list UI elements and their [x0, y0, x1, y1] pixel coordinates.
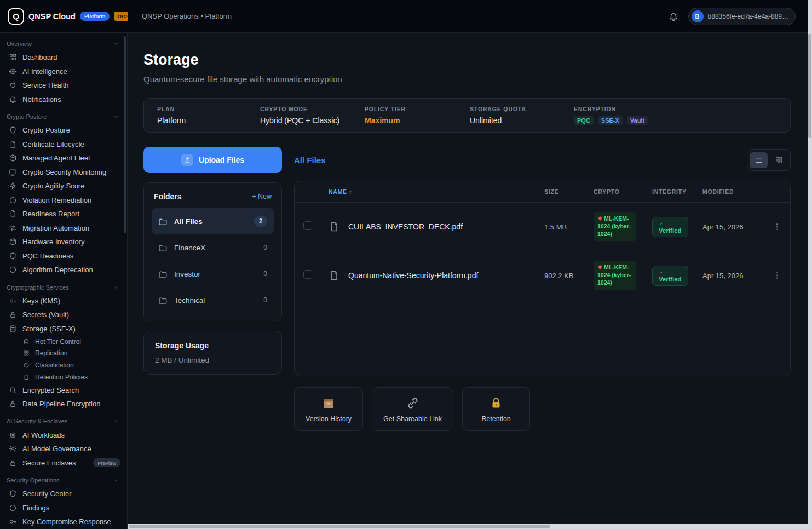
version-history-button[interactable]: Version History	[294, 387, 363, 431]
sidebar-item-label: AI Intelligence	[22, 67, 67, 76]
vertical-scrollbar[interactable]	[808, 0, 812, 529]
row-menu-icon[interactable]	[773, 271, 781, 280]
sidebar-item-hardware-inventory[interactable]: Hardware Inventory	[0, 235, 127, 249]
sidebar-item-classification[interactable]: Classification	[0, 359, 127, 371]
integrity-badge: Verified	[652, 266, 688, 286]
upload-files-button[interactable]: Upload Files	[143, 147, 282, 173]
upload-icon	[181, 154, 193, 166]
folder-name: Technical	[174, 296, 205, 304]
file-modified: Apr 15, 2026	[702, 272, 765, 280]
sidebar-item-label: Findings	[22, 504, 49, 512]
sidebar-section-cryptographic-services[interactable]: Cryptographic Services	[0, 281, 127, 294]
sidebar-item-pqc-readiness[interactable]: PQC Readiness	[0, 249, 127, 263]
sidebar-section-crypto-posture[interactable]: Crypto Posture	[0, 110, 127, 123]
sidebar-item-retention-policies[interactable]: Retention Policies	[0, 371, 127, 383]
logo-letter: Q	[13, 12, 19, 21]
column-header-integrity[interactable]: INTEGRITY	[652, 188, 702, 195]
sidebar-item-readiness-report[interactable]: Readiness Report	[0, 207, 127, 221]
user-menu[interactable]: B b88356fe-ed7a-4e4a-889…	[688, 8, 796, 25]
platform-badge: Platform	[80, 12, 110, 21]
integrity-label: Verified	[659, 227, 682, 234]
table-row[interactable]: Quantum-Native-Security-Platform.pdf 902…	[295, 251, 790, 300]
row-checkbox[interactable]	[303, 270, 312, 279]
policy-tier-info: POLICY TIER Maximum	[365, 106, 470, 125]
certificate-icon	[9, 140, 17, 148]
sidebar-item-crypto-agility-score[interactable]: Crypto Agility Score	[0, 179, 127, 193]
table-row[interactable]: CUILABS_INVESTOR_DECK.pdf 1.5 MB ML-KEM-…	[295, 203, 790, 251]
lock-icon	[9, 459, 17, 467]
sidebar-item-storage-sse-x[interactable]: Storage (SSE-X)	[0, 322, 127, 336]
file-name[interactable]: Quantum-Native-Security-Platform.pdf	[348, 271, 544, 280]
sidebar-item-keys-kms[interactable]: Keys (KMS)	[0, 294, 127, 308]
sidebar-item-crypto-posture[interactable]: Crypto Posture	[0, 123, 127, 137]
sidebar-scrollbar[interactable]	[124, 36, 126, 233]
column-header-crypto[interactable]: CRYPTO	[594, 188, 652, 195]
sidebar-item-secure-enclaves[interactable]: Secure EnclavesPreview	[0, 456, 127, 470]
sidebar-item-managed-agent-fleet[interactable]: Managed Agent Fleet	[0, 151, 127, 165]
sidebar-item-findings[interactable]: Findings	[0, 501, 127, 515]
bell-icon[interactable]	[669, 12, 678, 21]
row-menu-icon[interactable]	[773, 222, 781, 231]
sidebar-section-ai-security-enclaves[interactable]: AI Security & Enclaves	[0, 415, 127, 428]
sidebar-item-label: Encrypted Search	[22, 386, 79, 394]
sidebar-item-data-pipeline-encryption[interactable]: Data Pipeline Encryption	[0, 397, 127, 411]
policy-tier-label: POLICY TIER	[365, 106, 470, 112]
sidebar-item-certificate-lifecycle[interactable]: Certificate Lifecycle	[0, 137, 127, 152]
sidebar-item-ai-model-governance[interactable]: AI Model Governance	[0, 442, 127, 456]
file-size: 1.5 MB	[544, 223, 594, 231]
check-icon	[659, 220, 665, 226]
sidebar-item-label: Storage (SSE-X)	[22, 325, 76, 333]
database-icon	[23, 338, 30, 345]
sidebar-item-violation-remediation[interactable]: Violation Remediation	[0, 193, 127, 208]
horizontal-scrollbar[interactable]	[128, 524, 808, 529]
sidebar-item-hot-tier-control[interactable]: Hot Tier Control	[0, 336, 127, 348]
sidebar-item-replication[interactable]: Replication	[0, 348, 127, 360]
sidebar-item-ai-intelligence[interactable]: AI Intelligence	[0, 65, 127, 79]
sidebar-item-service-health[interactable]: Service Health	[0, 78, 127, 93]
horizontal-scrollbar-thumb[interactable]	[129, 525, 550, 528]
lock-icon	[489, 396, 503, 410]
preview-badge: Preview	[93, 458, 120, 467]
sidebar-item-crypto-security-monitoring[interactable]: Crypto Security Monitoring	[0, 165, 127, 180]
sidebar-item-key-compromise-response[interactable]: Key Compromise Response	[0, 515, 127, 529]
sidebar-section-overview[interactable]: Overview	[0, 37, 127, 50]
sidebar-item-secrets-vault[interactable]: Secrets (Vault)	[0, 308, 127, 322]
user-id: b88356fe-ed7a-4e4a-889…	[708, 13, 788, 20]
sidebar-item-dashboard[interactable]: Dashboard	[0, 50, 127, 65]
qnsp-logo-icon[interactable]: Q	[8, 8, 24, 25]
file-name[interactable]: CUILABS_INVESTOR_DECK.pdf	[348, 222, 544, 231]
grid-view-button[interactable]	[770, 152, 788, 168]
breadcrumb: QNSP Operations • Platform	[142, 12, 232, 20]
sidebar-item-label: Crypto Posture	[22, 126, 70, 134]
list-view-button[interactable]	[750, 152, 768, 168]
vertical-scrollbar-thumb[interactable]	[808, 34, 811, 138]
row-checkbox[interactable]	[303, 221, 312, 230]
folder-item-investor[interactable]: Investor 0	[152, 261, 274, 287]
chevron-down-icon	[113, 284, 119, 291]
sidebar-item-label: Violation Remediation	[22, 196, 91, 204]
page-subtitle: Quantum-secure file storage with automat…	[143, 74, 791, 84]
sidebar-item-label: Key Compromise Response	[22, 518, 111, 526]
column-header-modified[interactable]: MODIFIED	[702, 188, 765, 195]
new-folder-button[interactable]: + New	[252, 193, 272, 200]
folder-item-technical[interactable]: Technical 0	[152, 287, 274, 313]
column-header-size[interactable]: SIZE	[544, 188, 594, 195]
sidebar-item-security-center[interactable]: Security Center	[0, 487, 127, 501]
package-box-icon	[321, 396, 336, 410]
sidebar-item-notifications[interactable]: Notifications	[0, 93, 127, 107]
sidebar-section-security-operations[interactable]: Security Operations	[0, 474, 127, 487]
sidebar-item-migration-automation[interactable]: Migration Automation	[0, 221, 127, 235]
column-header-name[interactable]: NAME ↑	[329, 188, 544, 195]
shield-icon	[597, 216, 603, 221]
sidebar-item-algorithm-deprecation[interactable]: Algorithm Deprecation	[0, 263, 127, 277]
action-card-label: Get Shareable Link	[383, 415, 442, 423]
folder-name: Investor	[174, 270, 200, 278]
folder-item-financex[interactable]: FinanceX 0	[152, 234, 274, 261]
sidebar-item-encrypted-search[interactable]: Encrypted Search	[0, 383, 127, 397]
sidebar-item-label: Data Pipeline Encryption	[22, 400, 100, 408]
folder-item-all-files[interactable]: All Files 2	[152, 208, 274, 234]
grid-view-icon	[775, 156, 783, 164]
retention-button[interactable]: Retention	[462, 387, 530, 431]
sidebar-item-ai-workloads[interactable]: AI Workloads	[0, 428, 127, 442]
get-shareable-link-button[interactable]: Get Shareable Link	[372, 387, 453, 431]
